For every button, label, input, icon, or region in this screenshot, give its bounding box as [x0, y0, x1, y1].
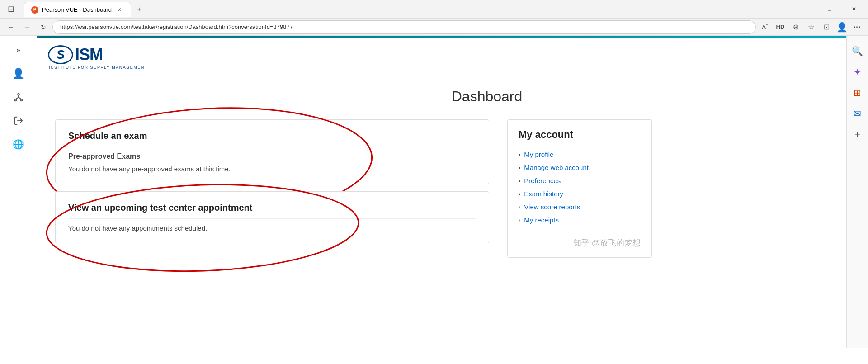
add-extension-icon[interactable]: + — [849, 126, 866, 142]
ism-oval: S — [48, 45, 73, 64]
read-aloud-icon[interactable]: Aˇ — [758, 20, 772, 34]
collections-icon[interactable]: ⊡ — [819, 20, 834, 34]
browser-sidebar-toggle[interactable]: ⊟ — [4, 2, 18, 16]
view-score-reports-label: View score reports — [524, 203, 580, 211]
ism-logo-main: S ISM — [48, 45, 148, 64]
schedule-exam-card: Schedule an exam Pre-approved Exams You … — [55, 119, 489, 184]
ism-logo: S ISM INSTITUTE FOR SUPPLY MANAGEMENT — [48, 45, 148, 70]
tab-title: Pearson VUE - Dashboard — [42, 6, 112, 13]
more-options-icon[interactable]: ··· — [850, 20, 864, 34]
left-sidebar: » 👤 🌐 — [0, 36, 37, 348]
view-score-reports-link[interactable]: › View score reports — [519, 200, 641, 213]
active-tab[interactable]: P Pearson VUE - Dashboard ✕ — [24, 2, 131, 17]
outlook-extension-icon[interactable]: ✉ — [849, 105, 866, 122]
url-text: https://wsr.pearsonvue.com/testtaker/reg… — [60, 24, 293, 30]
chevron-icon: › — [519, 151, 520, 158]
browser-extension-sidebar: 🔍 ✦ ⊞ ✉ + — [846, 36, 868, 348]
toolbar-icons: Aˇ HD ⊕ ☆ ⊡ 👤 ··· — [758, 20, 864, 34]
minimize-button[interactable]: ─ — [795, 2, 816, 16]
forward-button[interactable]: → — [20, 20, 34, 34]
address-bar-row: ← → ↻ https://wsr.pearsonvue.com/testtak… — [0, 19, 868, 36]
preferences-link[interactable]: › Preferences — [519, 174, 641, 187]
sidebar-person-icon[interactable]: 👤 — [8, 63, 29, 85]
copilot-extension-icon[interactable]: ✦ — [849, 64, 866, 80]
ism-s-letter: S — [57, 47, 65, 62]
sidebar-signout-icon[interactable] — [8, 110, 29, 132]
ism-subtitle: INSTITUTE FOR SUPPLY MANAGEMENT — [49, 65, 148, 70]
svg-point-2 — [20, 99, 22, 101]
manage-web-account-label: Manage web account — [524, 164, 589, 171]
sidebar-expand-icon[interactable]: » — [8, 39, 29, 61]
content-wrapper: Schedule an exam Pre-approved Exams You … — [37, 109, 670, 269]
my-profile-label: My profile — [524, 151, 553, 158]
close-button[interactable]: ✕ — [844, 2, 864, 16]
window-controls: ─ □ ✕ — [795, 2, 864, 16]
maximize-button[interactable]: □ — [819, 2, 840, 16]
svg-point-0 — [18, 94, 19, 95]
office-extension-icon[interactable]: ⊞ — [849, 85, 866, 101]
my-receipts-link[interactable]: › My receipts — [519, 213, 641, 227]
cards-section: Schedule an exam Pre-approved Exams You … — [55, 119, 489, 258]
exam-history-link[interactable]: › Exam history — [519, 187, 641, 200]
chevron-icon: › — [519, 203, 520, 210]
chevron-icon: › — [519, 177, 520, 184]
immersive-reader-icon[interactable]: HD — [773, 20, 788, 34]
main-content: S ISM INSTITUTE FOR SUPPLY MANAGEMENT Da… — [37, 36, 846, 348]
browser-chrome: ⊟ P Pearson VUE - Dashboard ✕ + ─ □ ✕ — [0, 0, 868, 19]
favorites-icon[interactable]: ☆ — [804, 20, 818, 34]
schedule-exam-body: You do not have any pre-approved exams a… — [68, 165, 476, 173]
svg-line-5 — [19, 97, 21, 99]
logo-area: S ISM INSTITUTE FOR SUPPLY MANAGEMENT — [37, 38, 846, 77]
browser-add-icon[interactable]: ⊕ — [788, 20, 803, 34]
back-button[interactable]: ← — [4, 20, 18, 34]
tab-close-button[interactable]: ✕ — [115, 6, 123, 14]
my-receipts-label: My receipts — [524, 216, 559, 224]
sidebar-network-icon[interactable] — [8, 86, 29, 108]
sidebar-globe-icon[interactable]: 🌐 — [8, 133, 29, 155]
chevron-icon: › — [519, 217, 520, 223]
my-account-box: My account › My profile › Manage web acc… — [507, 119, 652, 258]
refresh-button[interactable]: ↻ — [36, 20, 51, 34]
pre-approved-heading: Pre-approved Exams — [68, 152, 476, 161]
tab-bar: P Pearson VUE - Dashboard ✕ + — [20, 1, 793, 17]
title-bar: ⊟ P Pearson VUE - Dashboard ✕ + ─ □ ✕ — [0, 0, 868, 18]
ism-brand-text: ISM — [75, 45, 103, 64]
address-bar[interactable]: https://wsr.pearsonvue.com/testtaker/reg… — [52, 20, 756, 34]
upcoming-appointment-heading: View an upcoming test center appointment — [68, 203, 476, 213]
search-extension-icon[interactable]: 🔍 — [849, 43, 866, 59]
tab-favicon: P — [31, 6, 38, 14]
upcoming-appointment-card: View an upcoming test center appointment… — [55, 191, 489, 243]
manage-web-account-link[interactable]: › Manage web account — [519, 161, 641, 174]
upcoming-appointment-body: You do not have any appointments schedul… — [68, 224, 476, 232]
svg-line-4 — [15, 97, 18, 99]
page-title: Dashboard — [127, 77, 846, 109]
preferences-label: Preferences — [524, 177, 561, 184]
schedule-exam-heading: Schedule an exam — [68, 131, 476, 141]
chevron-icon: › — [519, 190, 520, 197]
chevron-icon: › — [519, 164, 520, 171]
watermark: 知乎 @放飞的梦想 — [519, 237, 641, 248]
my-account-sidebar: My account › My profile › Manage web acc… — [507, 119, 652, 258]
my-profile-link[interactable]: › My profile — [519, 148, 641, 161]
profile-icon[interactable]: 👤 — [835, 20, 849, 34]
full-layout: » 👤 🌐 S ISM — [0, 36, 868, 348]
svg-point-1 — [14, 99, 16, 101]
exam-history-label: Exam history — [524, 190, 563, 198]
new-tab-button[interactable]: + — [133, 3, 146, 16]
my-account-title: My account — [519, 129, 641, 141]
